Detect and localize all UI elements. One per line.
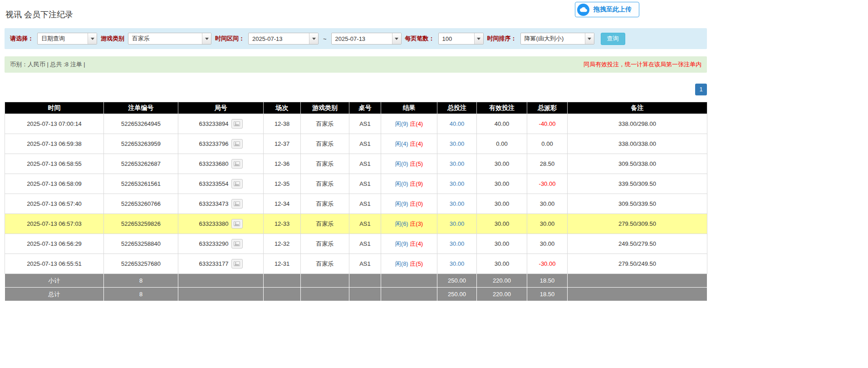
round-media-icon[interactable] [231, 179, 243, 189]
cell-remark: 279.50/249.50 [568, 254, 707, 274]
footer-valid-bet: 220.00 [477, 288, 527, 301]
pagination: 1 [5, 84, 707, 95]
round-media-icon[interactable] [231, 139, 243, 149]
cell-session: 12-32 [264, 234, 301, 254]
cell-payout: 30.00 [527, 194, 568, 214]
total-bet-link[interactable]: 30.00 [450, 140, 465, 147]
chevron-down-icon[interactable] [309, 33, 318, 44]
cell-game-type: 百家乐 [301, 134, 349, 154]
cell-payout: -40.00 [527, 114, 568, 134]
round-media-icon[interactable] [231, 219, 243, 229]
cell-payout: -30.00 [527, 254, 568, 274]
query-type-select[interactable]: 日期查询 [37, 33, 97, 45]
table-header-row: 时间注单编号局号场次游戏类别桌号结果总投注有效投注总派彩备注 [5, 102, 707, 114]
cell-result: 闲(4) 庄(4) [381, 134, 437, 154]
cell-time: 2025-07-13 06:55:51 [5, 254, 104, 274]
result-player: 闲(4) [395, 140, 408, 147]
cell-payout: 28.50 [527, 154, 568, 174]
column-header: 有效投注 [477, 102, 527, 114]
chevron-down-icon[interactable] [474, 33, 483, 44]
total-bet-link[interactable]: 30.00 [450, 200, 465, 207]
total-bet-link[interactable]: 30.00 [450, 260, 465, 267]
cell-round-id: 633233554 [178, 174, 264, 194]
footer-valid-bet: 220.00 [477, 274, 527, 288]
cell-total-bet: 30.00 [437, 254, 477, 274]
cell-result: 闲(9) 庄(4) [381, 114, 437, 134]
cell-session: 12-33 [264, 214, 301, 234]
page-size-label: 每页笔数： [405, 35, 435, 43]
result-player: 闲(8) [395, 260, 408, 267]
chevron-down-icon[interactable] [585, 33, 594, 44]
cell-valid-bet: 30.00 [477, 154, 527, 174]
result-banker: 庄(0) [410, 200, 423, 207]
date-to-select[interactable]: 2025-07-13 [331, 33, 402, 45]
round-media-icon[interactable] [231, 239, 243, 249]
cell-round-id: 633233894 [178, 114, 264, 134]
cell-game-type: 百家乐 [301, 254, 349, 274]
upload-dropzone-button[interactable]: 拖拽至此上传 [575, 2, 639, 17]
round-media-icon[interactable] [231, 199, 243, 209]
total-bet-link[interactable]: 30.00 [450, 240, 465, 247]
column-header: 总投注 [437, 102, 477, 114]
table-row: 2025-07-13 06:59:38522653263959633233796… [5, 134, 707, 154]
cell-time: 2025-07-13 06:59:38 [5, 134, 104, 154]
cell-payout: 30.00 [527, 234, 568, 254]
total-bet-link[interactable]: 30.00 [450, 180, 465, 187]
chevron-down-icon[interactable] [392, 33, 401, 44]
cell-bet-id: 522653259826 [104, 214, 178, 234]
round-media-icon[interactable] [231, 119, 243, 129]
cell-bet-id: 522653263959 [104, 134, 178, 154]
result-player: 闲(9) [395, 240, 408, 247]
round-media-icon[interactable] [231, 159, 243, 169]
cell-result: 闲(9) 庄(4) [381, 234, 437, 254]
game-type-select[interactable]: 百家乐 [128, 33, 211, 45]
column-header: 游戏类别 [301, 102, 349, 114]
cell-table-no: AS1 [349, 154, 381, 174]
date-from-select[interactable]: 2025-07-13 [248, 33, 319, 45]
cell-remark: 339.50/309.50 [568, 174, 707, 194]
page-size-select[interactable]: 100 [438, 33, 484, 45]
cell-result: 闲(6) 庄(3) [381, 214, 437, 234]
cell-round-id: 633233380 [178, 214, 264, 234]
cell-total-bet: 30.00 [437, 234, 477, 254]
cell-result: 闲(0) 庄(9) [381, 174, 437, 194]
page-button-1[interactable]: 1 [695, 84, 707, 95]
cell-result: 闲(9) 庄(0) [381, 194, 437, 214]
cell-valid-bet: 40.00 [477, 114, 527, 134]
table-row: 2025-07-13 06:57:40522653260766633233473… [5, 194, 707, 214]
column-header: 备注 [568, 102, 707, 114]
cell-bet-id: 522653262687 [104, 154, 178, 174]
query-type-label: 请选择： [10, 35, 34, 43]
cell-time: 2025-07-13 06:57:40 [5, 194, 104, 214]
cell-valid-bet: 30.00 [477, 234, 527, 254]
cell-session: 12-34 [264, 194, 301, 214]
cell-game-type: 百家乐 [301, 174, 349, 194]
cell-valid-bet: 30.00 [477, 194, 527, 214]
cell-table-no: AS1 [349, 234, 381, 254]
page-title: 视讯 会员下注纪录 [5, 9, 73, 20]
cell-table-no: AS1 [349, 214, 381, 234]
cell-table-no: AS1 [349, 114, 381, 134]
game-type-label: 游戏类别 [101, 35, 124, 43]
cell-remark: 249.50/279.50 [568, 234, 707, 254]
total-bet-link[interactable]: 40.00 [450, 120, 465, 127]
result-banker: 庄(4) [410, 140, 423, 147]
time-sort-select[interactable]: 降冪(由大到小) [520, 33, 594, 45]
table-row: 2025-07-13 07:00:14522653264945633233894… [5, 114, 707, 134]
cell-session: 12-37 [264, 134, 301, 154]
total-bet-link[interactable]: 30.00 [450, 220, 465, 227]
chevron-down-icon[interactable] [202, 33, 211, 44]
total-bet-link[interactable]: 30.00 [450, 160, 465, 167]
footer-total-bet: 250.00 [437, 288, 477, 301]
round-media-icon[interactable] [231, 259, 243, 269]
search-button[interactable]: 查询 [601, 33, 625, 45]
cell-payout: 0.00 [527, 134, 568, 154]
cell-valid-bet: 0.00 [477, 134, 527, 154]
table-footer-row: 总计8250.00220.0018.50 [5, 288, 707, 301]
cell-session: 12-35 [264, 174, 301, 194]
table-footer-row: 小计8250.00220.0018.50 [5, 274, 707, 288]
result-banker: 庄(4) [410, 240, 423, 247]
chevron-down-icon[interactable] [88, 33, 97, 44]
result-player: 闲(0) [395, 180, 408, 187]
cell-session: 12-31 [264, 254, 301, 274]
